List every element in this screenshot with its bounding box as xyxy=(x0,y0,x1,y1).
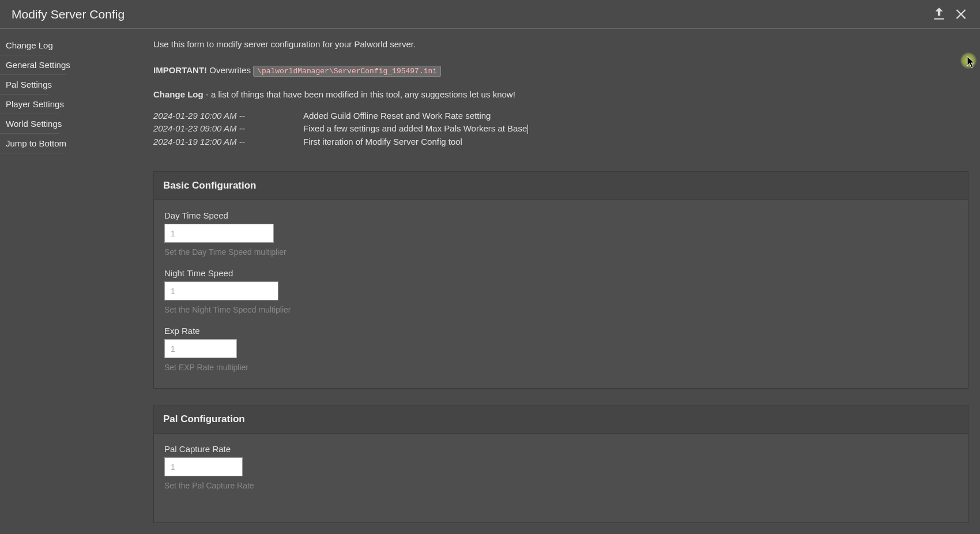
panel-header: Basic Configuration xyxy=(154,172,968,200)
sidebar-item-general-settings[interactable]: General Settings xyxy=(0,55,66,75)
config-path-badge: \palworldManager\ServerConfig_195497.ini xyxy=(253,66,441,77)
changelog-row: 2024-01-29 10:00 AM -- Added Guild Offli… xyxy=(153,110,968,123)
important-label: IMPORTANT! xyxy=(153,65,207,75)
upload-icon[interactable] xyxy=(932,6,947,22)
night-time-speed-input[interactable] xyxy=(164,281,278,300)
changelog-desc: Fixed a few settings and added Max Pals … xyxy=(303,122,528,136)
field-day-time-speed: Day Time Speed Set the Day Time Speed mu… xyxy=(164,210,958,257)
changelog-date: 2024-01-19 12:00 AM -- xyxy=(153,136,263,149)
changelog-date: 2024-01-23 09:00 AM -- xyxy=(153,122,263,136)
sidebar: Change Log General Settings Pal Settings… xyxy=(0,29,153,534)
field-help: Set the Day Time Speed multiplier xyxy=(164,247,958,257)
changelog-suffix: - a list of things that have been modifi… xyxy=(203,89,515,99)
panel-body: Day Time Speed Set the Day Time Speed mu… xyxy=(154,200,968,388)
changelog-list: 2024-01-29 10:00 AM -- Added Guild Offli… xyxy=(153,110,968,149)
changelog-label: Change Log xyxy=(153,89,203,99)
modal-header: Modify Server Config xyxy=(0,0,980,29)
field-label: Day Time Speed xyxy=(164,210,958,220)
field-night-time-speed: Night Time Speed Set the Night Time Spee… xyxy=(164,268,958,314)
field-pal-capture-rate: Pal Capture Rate Set the Pal Capture Rat… xyxy=(164,444,958,490)
field-label: Exp Rate xyxy=(164,326,958,336)
day-time-speed-input[interactable] xyxy=(164,224,274,243)
scroll-spacer xyxy=(153,523,968,534)
changelog-row: 2024-01-23 09:00 AM -- Fixed a few setti… xyxy=(153,122,968,136)
header-actions xyxy=(932,6,968,22)
sidebar-item-change-log[interactable]: Change Log xyxy=(0,36,46,55)
sidebar-item-player-settings[interactable]: Player Settings xyxy=(0,95,61,114)
important-line: IMPORTANT! Overwrites \palworldManager\S… xyxy=(153,65,968,77)
field-label: Night Time Speed xyxy=(164,268,958,278)
pal-capture-rate-input[interactable] xyxy=(164,457,243,476)
exp-rate-input[interactable] xyxy=(164,339,237,358)
sidebar-item-jump-to-bottom[interactable]: Jump to Bottom xyxy=(0,134,63,153)
close-icon[interactable] xyxy=(953,6,968,22)
changelog-date: 2024-01-29 10:00 AM -- xyxy=(153,110,263,123)
panel-pal-configuration: Pal Configuration Pal Capture Rate Set t… xyxy=(153,405,968,523)
changelog-heading: Change Log - a list of things that have … xyxy=(153,89,968,99)
changelog-desc: Added Guild Offline Reset and Work Rate … xyxy=(303,110,491,123)
field-label: Pal Capture Rate xyxy=(164,444,958,454)
overwrites-text: Overwrites xyxy=(209,65,251,75)
changelog-row: 2024-01-19 12:00 AM -- First iteration o… xyxy=(153,136,968,149)
main-content[interactable]: Use this form to modify server configura… xyxy=(153,29,980,534)
panel-header: Pal Configuration xyxy=(154,405,968,434)
field-help: Set EXP Rate multiplier xyxy=(164,363,958,372)
page-title: Modify Server Config xyxy=(12,7,125,21)
panel-body: Pal Capture Rate Set the Pal Capture Rat… xyxy=(154,434,968,522)
sidebar-item-world-settings[interactable]: World Settings xyxy=(0,114,59,134)
field-label-partial xyxy=(164,502,958,505)
field-partial xyxy=(164,502,958,505)
field-help: Set the Pal Capture Rate xyxy=(164,481,958,490)
intro-text: Use this form to modify server configura… xyxy=(153,36,968,55)
field-exp-rate: Exp Rate Set EXP Rate multiplier xyxy=(164,326,958,372)
sidebar-item-pal-settings[interactable]: Pal Settings xyxy=(0,75,49,95)
changelog-desc: First iteration of Modify Server Config … xyxy=(303,136,462,149)
field-help: Set the Night Time Speed multiplier xyxy=(164,305,958,314)
panel-basic-configuration: Basic Configuration Day Time Speed Set t… xyxy=(153,171,968,389)
